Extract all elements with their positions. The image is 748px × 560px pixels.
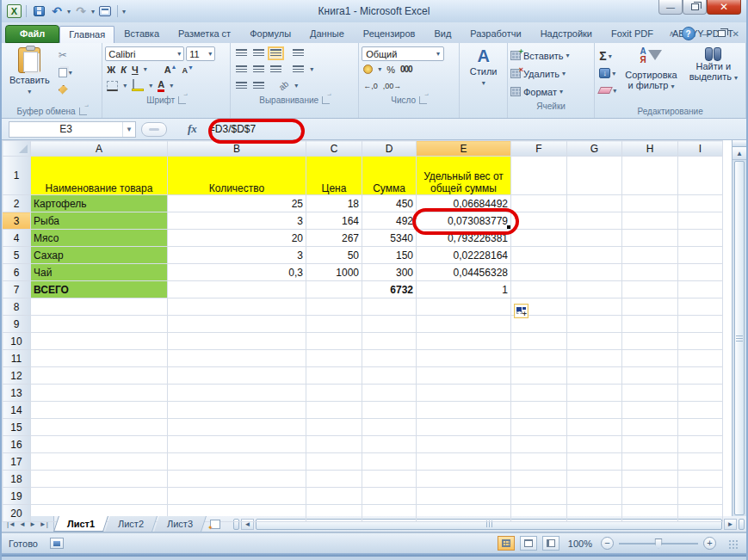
cell-G2[interactable] (567, 195, 622, 212)
tab-view[interactable]: Вид (424, 25, 461, 43)
cell-G18[interactable] (567, 471, 622, 488)
column-header-H[interactable]: H (622, 141, 678, 157)
formula-bar-splitter[interactable] (141, 122, 167, 137)
cell-H5[interactable] (622, 247, 678, 264)
cell-I12[interactable] (678, 367, 723, 385)
shrink-font-button[interactable]: А▼ (182, 65, 194, 75)
cell-B12[interactable] (168, 367, 306, 385)
cell-H12[interactable] (622, 367, 678, 385)
fill-color-button[interactable] (132, 80, 144, 91)
cell-C11[interactable] (306, 350, 362, 367)
increase-decimal-button[interactable]: ←,0 (363, 82, 378, 90)
name-box[interactable]: E3 ▼ (9, 121, 136, 138)
cell-H13[interactable] (622, 385, 678, 402)
row-header-7[interactable]: 7 (3, 281, 31, 298)
sheet-tab-1[interactable]: Лист1 (53, 516, 108, 532)
cell-B8[interactable] (168, 298, 306, 316)
cell-D8[interactable] (362, 298, 417, 316)
cell-F17[interactable] (511, 453, 567, 471)
cell-F14[interactable] (511, 402, 567, 419)
cell-H19[interactable] (622, 488, 678, 505)
tab-insert[interactable]: Вставка (114, 25, 169, 43)
page-layout-view-button[interactable] (520, 536, 537, 551)
thousands-button[interactable]: 000 (400, 65, 412, 74)
tab-developer[interactable]: Разработчи (461, 25, 530, 43)
number-dialog-launcher[interactable] (419, 96, 427, 104)
cell-I4[interactable] (678, 230, 723, 247)
cell-F18[interactable] (511, 471, 567, 488)
align-top-button[interactable] (236, 49, 247, 58)
cell-C5[interactable]: 50 (306, 247, 362, 264)
cell-I1[interactable] (678, 157, 723, 195)
cell-E8[interactable] (417, 298, 511, 316)
cell-B18[interactable] (168, 471, 306, 488)
scroll-right-icon[interactable]: ► (724, 519, 737, 530)
cell-B1[interactable]: Количество (168, 157, 306, 195)
cell-D2[interactable]: 450 (362, 195, 417, 212)
row-header-1[interactable]: 1 (3, 157, 31, 195)
tab-foxit[interactable]: Foxit PDF (602, 25, 663, 43)
row-header-6[interactable]: 6 (3, 264, 31, 281)
zoom-out-button[interactable]: − (601, 537, 614, 550)
cell-G1[interactable] (567, 157, 622, 195)
align-left-button[interactable] (236, 65, 247, 74)
row-header-13[interactable]: 13 (3, 385, 31, 402)
cell-E2[interactable]: 0,06684492 (417, 195, 511, 212)
row-header-14[interactable]: 14 (3, 402, 31, 419)
cell-D10[interactable] (362, 333, 417, 350)
row-header-10[interactable]: 10 (3, 333, 31, 350)
cell-H10[interactable] (622, 333, 678, 350)
row-header-4[interactable]: 4 (3, 230, 31, 247)
cell-G19[interactable] (567, 488, 622, 505)
row-header-18[interactable]: 18 (3, 471, 31, 488)
cell-B9[interactable] (168, 316, 306, 333)
cell-D19[interactable] (362, 488, 417, 505)
cell-E9[interactable] (417, 316, 511, 333)
currency-button[interactable] (363, 65, 373, 74)
cell-I11[interactable] (678, 350, 723, 367)
cell-H17[interactable] (622, 453, 678, 471)
page-break-view-button[interactable] (542, 536, 559, 551)
cell-D7[interactable]: 6732 (362, 281, 417, 298)
cell-G4[interactable] (567, 230, 622, 247)
cell-E7[interactable]: 1 (417, 281, 511, 298)
font-color-button[interactable]: А (158, 80, 164, 92)
cell-C13[interactable] (306, 385, 362, 402)
cell-G13[interactable] (567, 385, 622, 402)
cell-H18[interactable] (622, 471, 678, 488)
column-header-G[interactable]: G (567, 141, 622, 157)
cell-I7[interactable] (678, 281, 723, 298)
zoom-in-button[interactable]: + (703, 537, 716, 550)
cell-I2[interactable] (678, 195, 723, 212)
zoom-level[interactable]: 100% (568, 538, 592, 549)
doc-restore-icon[interactable] (718, 30, 726, 37)
cell-A18[interactable] (31, 471, 168, 488)
cell-I20[interactable] (678, 505, 723, 522)
align-middle-button[interactable] (253, 49, 264, 58)
tab-formulas[interactable]: Формулы (240, 25, 300, 43)
cell-A2[interactable]: Картофель (31, 195, 168, 212)
font-dialog-launcher[interactable] (178, 96, 186, 104)
cell-B7[interactable] (168, 281, 306, 298)
cell-H2[interactable] (622, 195, 678, 212)
cell-A15[interactable] (31, 419, 168, 436)
tab-page-layout[interactable]: Разметка ст (169, 25, 240, 43)
cell-A16[interactable] (31, 436, 168, 453)
number-format-select[interactable]: Общий▾ (362, 46, 444, 61)
spreadsheet-grid[interactable]: ABCDEFGHI1Наименование товараКоличествоЦ… (2, 140, 723, 522)
macro-record-button[interactable] (50, 538, 64, 549)
cell-H8[interactable] (622, 298, 678, 316)
cell-A11[interactable] (31, 350, 168, 367)
cell-G5[interactable] (567, 247, 622, 264)
insert-function-button[interactable]: fx (188, 122, 197, 136)
cell-E6[interactable]: 0,04456328 (417, 264, 511, 281)
cell-I9[interactable] (678, 316, 723, 333)
column-header-F[interactable]: F (511, 141, 567, 157)
fill-button[interactable]: ↓▾ (597, 65, 618, 81)
cell-I6[interactable] (678, 264, 723, 281)
cell-B15[interactable] (168, 419, 306, 436)
cell-E19[interactable] (417, 488, 511, 505)
cell-F15[interactable] (511, 419, 567, 436)
cell-H9[interactable] (622, 316, 678, 333)
font-size-select[interactable]: 11▾ (186, 46, 215, 61)
